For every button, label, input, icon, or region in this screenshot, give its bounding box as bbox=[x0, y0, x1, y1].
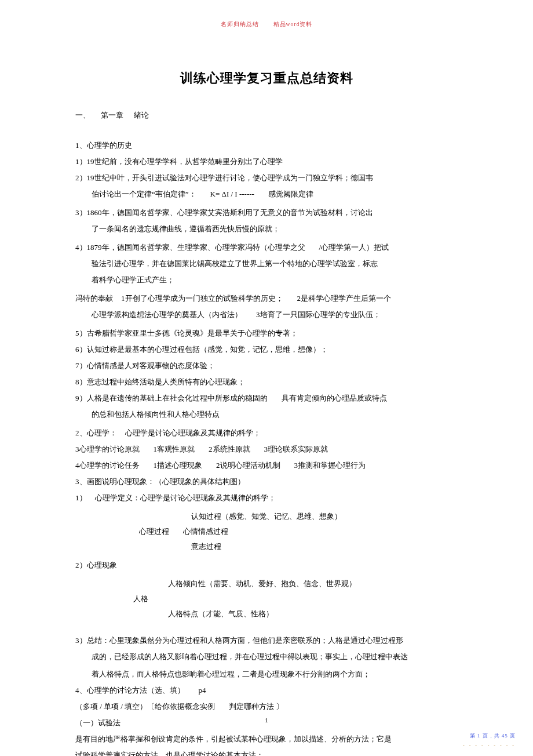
tree-node: 认知过程（感觉、知觉、记忆、思维、想象） bbox=[191, 509, 458, 524]
text: /心理学第一人）把试 bbox=[319, 243, 389, 252]
paragraph: 5）古希腊哲学家亚里士多德《论灵魂》是最早关于心理学的专著； bbox=[75, 326, 458, 341]
paragraph: 6）认知过称是最基本的心理过程包括（感觉，知觉，记忆，思维，想像）； bbox=[75, 342, 458, 357]
text: 4、心理学的讨论方法（选、填） bbox=[75, 686, 185, 695]
text: K= ΔI / I ------ bbox=[210, 190, 254, 198]
text: 1描述心理现象 bbox=[154, 461, 203, 470]
text: 判定哪种方法 〕 bbox=[229, 702, 283, 711]
text: 1开创了心理学成为一门独立的试验科学的历史； bbox=[121, 294, 283, 303]
header-meta: 名师归纳总结 精品word资料 bbox=[0, 21, 533, 28]
text: 3心理学的讨论原就 bbox=[75, 445, 140, 453]
document-title: 训练心理学复习重点总结资料 bbox=[75, 70, 458, 87]
tree-node: 人格 bbox=[133, 591, 458, 606]
text: 3培育了一只国际心理学的专业队伍； bbox=[256, 310, 381, 319]
paragraph: 验法引进心理学，并在德国莱比锡高校建立了世界上第一个特地的心理学试验室，标志 bbox=[75, 256, 458, 271]
text: 4心理学的讨论任务 bbox=[75, 461, 140, 470]
text: 4）1879年，德国闻名哲学家、生理学家、心理学家冯特（心理学之父 bbox=[75, 243, 305, 252]
tree-node: 意志过程 bbox=[191, 539, 458, 554]
chapter-heading: 一、第一章绪论 bbox=[75, 110, 458, 121]
paragraph: 试验科学普遍实行的方法，也是心理学讨论的基本方法； bbox=[75, 748, 458, 756]
paragraph: 1、心理学的历史 bbox=[75, 138, 458, 153]
paragraph: 冯特的奉献1开创了心理学成为一门独立的试验科学的历史；2是科学心理学产生后第一个 bbox=[75, 291, 458, 306]
text: 心理学定义：心理学是讨论心理现象及其规律的科学； bbox=[95, 493, 276, 502]
text: 心理学是讨论心理现象及其规律的科学； bbox=[125, 428, 261, 437]
paragraph: 成的，已经形成的人格又影响着心理过程，并在心理过程中得以表现；事实上，心理过程中… bbox=[75, 649, 458, 664]
page-number-corner: 第 1 页，共 45 页 bbox=[470, 732, 516, 740]
chapter-mid: 第一章 bbox=[101, 111, 123, 119]
paragraph: 着科学心理学正式产生； bbox=[75, 272, 458, 288]
paragraph: 4心理学的讨论任务1描述心理现象2说明心理活动机制3推测和掌握心理行为 bbox=[75, 458, 458, 473]
paragraph: 2）心理现象 bbox=[75, 558, 458, 573]
footer-dashline: - - - - - - - - - bbox=[463, 743, 516, 748]
tree-node: 人格特点（才能、气质、性格） bbox=[168, 606, 458, 621]
page-number-center: 1 bbox=[0, 717, 533, 724]
text: 冯特的奉献 bbox=[75, 294, 113, 303]
chapter-prefix: 一、 bbox=[75, 111, 90, 119]
paragraph: 1）19世纪前，没有心理学学科，从哲学范畴里分别出了心理学 bbox=[75, 154, 458, 169]
paragraph: 伯讨论出一个定律“韦伯定律”：K= ΔI / I ------感觉阈限定律 bbox=[75, 187, 458, 202]
paragraph: 3心理学的讨论原就1客观性原就2系统性原就3理论联系实际原就 bbox=[75, 442, 458, 457]
paragraph: 4、心理学的讨论方法（选、填）p4 bbox=[75, 683, 458, 698]
text: 1客观性原就 bbox=[154, 445, 195, 453]
concept-tree: 人格倾向性（需要、动机、爱好、抱负、信念、世界观） 人格 人格特点（才能、气质、… bbox=[75, 576, 458, 621]
text: 心情情感过程 bbox=[183, 527, 228, 536]
text: 心理过程 bbox=[139, 527, 169, 536]
text: 9）人格是在遗传的基础上在社会化过程中所形成的稳固的 bbox=[75, 394, 268, 402]
header-left: 名师归纳总结 bbox=[221, 21, 259, 27]
tree-node: 心理过程心情情感过程 bbox=[139, 524, 458, 539]
text: 2是科学心理学产生后第一个 bbox=[297, 294, 392, 303]
tree-node: 人格倾向性（需要、动机、爱好、抱负、信念、世界观） bbox=[168, 576, 458, 591]
paragraph: 着人格特点，而人格特点也影响着心理过程，二者是心理现象不行分割的两个方面； bbox=[75, 667, 458, 682]
paragraph: 2）19世纪中叶，开头引进试验法对心理学进行讨论，使心理学成为一门独立学科；德国… bbox=[75, 170, 458, 186]
paragraph: 3、画图说明心理现象：（心理现象的具体结构图） bbox=[75, 474, 458, 489]
text: 伯讨论出一个定律“韦伯定律”： bbox=[92, 190, 196, 198]
chapter-suffix: 绪论 bbox=[134, 111, 149, 119]
paragraph: 7）心情情感是人对客观事物的态度体验； bbox=[75, 358, 458, 373]
paragraph: 了一条闻名的遗忘规律曲线，遵循着西先快后慢的原就； bbox=[75, 221, 458, 237]
text: 心理学派构造想法心理学的奠基人（内省法） bbox=[92, 310, 242, 319]
concept-tree: 认知过程（感觉、知觉、记忆、思维、想象） 心理过程心情情感过程 意志过程 bbox=[75, 509, 458, 554]
text: 3推测和掌握心理行为 bbox=[294, 461, 366, 470]
text: 2）19世纪中叶，开头引进试验法对心理学进行讨论，使心理学成为一门独立学科；德国… bbox=[75, 173, 373, 182]
text: 3理论联系实际原就 bbox=[264, 445, 328, 453]
paragraph: 的总和包括人格倾向性和人格心理特点 bbox=[75, 407, 458, 422]
paragraph: 心理学派构造想法心理学的奠基人（内省法）3培育了一只国际心理学的专业队伍； bbox=[75, 307, 458, 322]
paragraph: 9）人格是在遗传的基础上在社会化过程中所形成的稳固的具有肯定倾向的心理品质或特点 bbox=[75, 391, 458, 406]
header-right: 精品word资料 bbox=[273, 21, 313, 27]
paragraph: 是有目的地严格掌握和创设肯定的条件，引起被试某种心理现象，加以描述、分析的方法；… bbox=[75, 732, 458, 747]
paragraph: 1）心理学定义：心理学是讨论心理现象及其规律的科学； bbox=[75, 490, 458, 506]
text: 1） bbox=[75, 493, 87, 502]
text: 2、心理学： bbox=[75, 428, 117, 437]
paragraph: 4）1879年，德国闻名哲学家、生理学家、心理学家冯特（心理学之父/心理学第一人… bbox=[75, 240, 458, 255]
paragraph: 3）总结：心里现象虽然分为心理过程和人格两方面，但他们是亲密联系的；人格是通过心… bbox=[75, 633, 458, 648]
paragraph: 3）1860年，德国闻名哲学家、心理学家艾宾浩斯利用了无意义的音节为试验材料，讨… bbox=[75, 205, 458, 220]
paragraph: 2、心理学：心理学是讨论心理现象及其规律的科学； bbox=[75, 426, 458, 441]
text: （多项 / 单项 / 填空）〔给你依据概念实例 bbox=[75, 702, 215, 711]
paragraph: （多项 / 单项 / 填空）〔给你依据概念实例判定哪种方法 〕 bbox=[75, 699, 458, 714]
text: 2说明心理活动机制 bbox=[216, 461, 280, 470]
document-content: 训练心理学复习重点总结资料 一、第一章绪论 1、心理学的历史 1）19世纪前，没… bbox=[75, 70, 458, 756]
text: 感觉阈限定律 bbox=[268, 190, 313, 198]
text: p4 bbox=[199, 686, 206, 695]
text: 具有肯定倾向的心理品质或特点 bbox=[282, 394, 387, 402]
text: 2系统性原就 bbox=[209, 445, 250, 453]
paragraph: 8）意志过程中始终活动是人类所特有的心理现象； bbox=[75, 375, 458, 390]
